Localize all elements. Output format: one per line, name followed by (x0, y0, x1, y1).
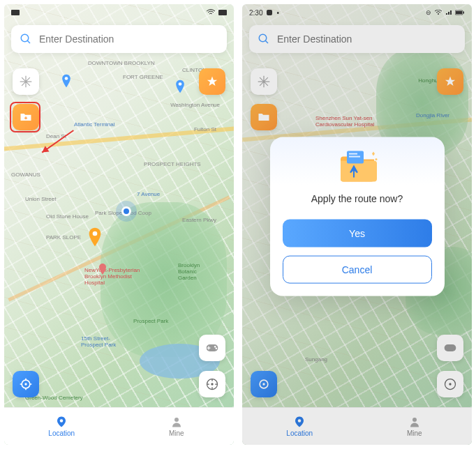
search-bar[interactable] (11, 25, 227, 53)
current-location-dot (121, 206, 131, 216)
svg-point-14 (174, 418, 179, 422)
map-label: NewYork-Presbyterian Brooklyn Methodist … (84, 268, 140, 286)
folder-plus-icon (257, 110, 271, 124)
map-label: 15th Street-Prospect Park (81, 335, 123, 348)
map-label: Eastern Pkwy (182, 217, 216, 223)
gamepad-button[interactable] (199, 335, 225, 361)
svg-rect-18 (463, 12, 465, 14)
bottom-nav: Location Mine (242, 407, 472, 445)
do-not-disturb-icon: ⊖ (426, 9, 431, 16)
map-label: Atlantic Terminal (74, 121, 115, 128)
svg-point-23 (262, 383, 265, 385)
compass-button[interactable] (199, 371, 225, 397)
map-label: Dongjia River (416, 112, 451, 119)
gamepad-icon (205, 343, 219, 353)
status-bar: 2:30 • ⊖ (242, 4, 472, 21)
signal-icon (445, 10, 452, 15)
map-label: Sungang (305, 356, 327, 363)
nav-label: Mine (169, 429, 184, 437)
highlight-annotation (10, 102, 40, 132)
cancel-button[interactable]: Cancel (283, 256, 432, 284)
folder-button (251, 104, 277, 130)
wifi-icon (434, 10, 442, 15)
star-icon (206, 75, 218, 88)
map-label: GOWANUS (11, 172, 40, 178)
locate-button[interactable] (13, 371, 39, 397)
svg-point-27 (412, 418, 417, 422)
yes-button[interactable]: Yes (283, 220, 432, 248)
map-pin-blue[interactable] (175, 79, 185, 93)
map-label: PROSPECT HEIGHTS (144, 161, 201, 167)
svg-point-25 (449, 383, 451, 385)
crosshair-icon (257, 377, 271, 391)
snowflake-icon (19, 75, 33, 89)
crosshair-icon (19, 377, 33, 391)
gamepad-button (437, 335, 463, 361)
map-label: Brooklyn Botanic Garden (178, 262, 213, 281)
map-label: Union Street (25, 196, 56, 202)
star-button (437, 68, 463, 95)
svg-point-8 (216, 348, 218, 350)
nav-location[interactable]: Location (4, 408, 119, 445)
nav-label: Location (48, 429, 75, 437)
map-label: Shenzhen Sun Yat-sen Cardiovascular Hosp… (315, 116, 385, 128)
svg-point-13 (60, 419, 64, 423)
snowflake-icon (257, 75, 271, 89)
svg-line-20 (265, 40, 268, 43)
map-pin-orange[interactable] (88, 227, 102, 247)
svg-rect-29 (349, 153, 357, 155)
svg-point-26 (298, 419, 302, 423)
person-icon (408, 416, 421, 428)
svg-rect-17 (456, 11, 462, 14)
map-label: DOWNTOWN BROOKLYN (88, 60, 155, 66)
compass-icon (443, 377, 457, 391)
svg-point-3 (93, 231, 98, 236)
map-pin-blue[interactable] (61, 74, 71, 88)
map-pin-red[interactable] (98, 264, 107, 275)
search-bar (249, 25, 465, 53)
status-time: 2:30 (249, 9, 262, 17)
person-icon (170, 416, 183, 428)
star-button[interactable] (199, 68, 225, 95)
apply-route-dialog: Apply the route now? Yes Cancel (270, 137, 445, 296)
svg-point-19 (259, 34, 267, 42)
svg-line-1 (27, 40, 30, 43)
map-label: 7 Avenue (137, 191, 160, 197)
map-label: PARK SLOPE (46, 234, 81, 241)
location-icon (293, 416, 306, 428)
svg-rect-30 (349, 156, 360, 158)
nav-label: Mine (407, 429, 422, 437)
nav-mine: Mine (357, 408, 473, 445)
locate-button (251, 371, 277, 397)
notification-dot: • (276, 9, 279, 17)
search-icon (20, 33, 32, 45)
nav-location: Location (242, 408, 357, 445)
map-label: Washington Avenue (170, 102, 220, 108)
snowflake-button[interactable] (13, 68, 39, 95)
search-icon (258, 33, 270, 45)
gamepad-icon (443, 343, 457, 353)
status-bar (4, 4, 234, 21)
svg-point-15 (438, 13, 439, 15)
compass-button (437, 371, 463, 397)
star-icon (444, 75, 456, 88)
svg-rect-21 (445, 344, 456, 351)
svg-point-0 (21, 34, 29, 42)
nav-label: Location (286, 429, 313, 437)
app-indicator-icon (267, 10, 272, 15)
snowflake-button (251, 68, 277, 95)
map-label: Prospect Park (133, 318, 168, 324)
wifi-icon (206, 9, 216, 16)
signal-icon (11, 10, 20, 15)
nav-mine[interactable]: Mine (119, 408, 235, 445)
location-icon (55, 416, 68, 428)
battery-icon (455, 10, 465, 15)
search-input[interactable] (39, 33, 218, 45)
svg-point-31 (375, 158, 377, 160)
bottom-nav: Location Mine (4, 407, 234, 445)
phone-screen-right: 2:30 • ⊖ Shenzhen Sun Yat-sen Cardiovasc… (242, 4, 472, 445)
battery-icon (218, 10, 227, 15)
dialog-folder-icon (283, 144, 432, 186)
map-label: Fulton St (194, 126, 216, 132)
svg-point-10 (24, 383, 27, 385)
